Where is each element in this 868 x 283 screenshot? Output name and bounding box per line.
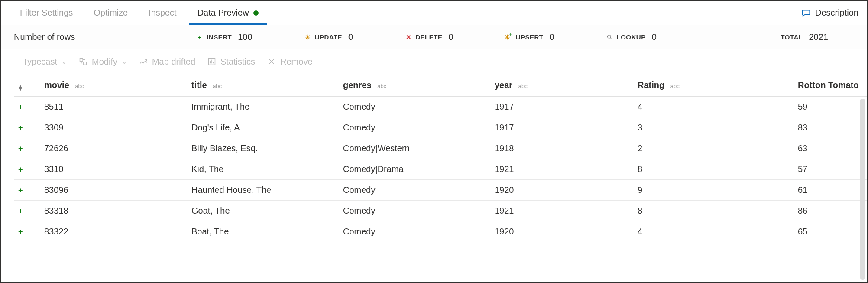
cell-rating: 2 xyxy=(633,138,794,159)
cell-genres: Comedy xyxy=(339,221,490,242)
cell-genres: Comedy xyxy=(339,117,490,138)
cell-genres: Comedy xyxy=(339,201,490,221)
cell-rt: 63 xyxy=(794,138,867,159)
stat-value: 0 xyxy=(348,32,353,42)
stat-value: 0 xyxy=(448,32,453,42)
cell-year: 1921 xyxy=(490,159,633,180)
button-label: Typecast xyxy=(23,57,57,67)
map-drifted-button[interactable]: Map drifted xyxy=(139,57,195,67)
row-status-cell: + xyxy=(14,138,40,159)
table-toolbar: Typecast ⌄ Modify ⌄ Map drifted Statisti… xyxy=(1,49,867,74)
statistics-button[interactable]: Statistics xyxy=(207,57,255,67)
svg-line-1 xyxy=(610,38,612,39)
cell-title: Goat, The xyxy=(187,201,339,221)
cell-year: 1917 xyxy=(490,97,633,117)
upsert-icon: ✳+ xyxy=(505,34,512,41)
tab-label: Inspect xyxy=(149,8,176,18)
modify-icon xyxy=(79,57,87,66)
stat-value: 0 xyxy=(549,32,554,42)
chevron-down-icon: ⌄ xyxy=(62,58,67,65)
cell-rating: 9 xyxy=(633,180,794,201)
remove-button[interactable]: Remove xyxy=(267,57,312,67)
modify-button[interactable]: Modify ⌄ xyxy=(79,57,127,67)
stat-delete: ✕ DELETE 0 xyxy=(405,32,453,42)
cell-rt: 65 xyxy=(794,221,867,242)
table-row[interactable]: +72626Billy Blazes, Esq.Comedy|Western19… xyxy=(14,138,867,159)
table-row[interactable]: +83318Goat, TheComedy1921886 xyxy=(14,201,867,221)
rows-label: Number of rows xyxy=(14,32,75,42)
cell-title: Kid, The xyxy=(187,159,339,180)
x-icon: ✕ xyxy=(405,34,412,41)
scrollbar-thumb[interactable] xyxy=(860,99,865,280)
stat-upsert: ✳+ UPSERT 0 xyxy=(505,32,554,42)
table-row[interactable]: +83096Haunted House, TheComedy1920961 xyxy=(14,180,867,201)
cell-rating: 8 xyxy=(633,201,794,221)
tab-label: Filter Settings xyxy=(20,8,73,18)
column-header-rotton-tomato[interactable]: Rotton Tomato xyxy=(794,74,867,97)
cell-title: Dog's Life, A xyxy=(187,117,339,138)
vertical-scrollbar[interactable] xyxy=(860,99,865,280)
column-header-genres[interactable]: genres abc xyxy=(339,74,490,97)
cell-rt: 61 xyxy=(794,180,867,201)
svg-point-0 xyxy=(608,35,611,39)
asterisk-icon: ✳ xyxy=(304,34,311,41)
plus-icon: + xyxy=(196,34,203,41)
cell-movie: 83318 xyxy=(40,201,187,221)
row-status-cell: + xyxy=(14,159,40,180)
cell-year: 1921 xyxy=(490,201,633,221)
plus-icon: + xyxy=(18,228,23,236)
table-row[interactable]: +3310Kid, TheComedy|Drama1921857 xyxy=(14,159,867,180)
tab-data-preview[interactable]: Data Preview xyxy=(187,1,269,25)
cell-title: Immigrant, The xyxy=(187,97,339,117)
cell-rating: 4 xyxy=(633,221,794,242)
tab-optimize[interactable]: Optimize xyxy=(83,1,138,25)
cell-title: Boat, The xyxy=(187,221,339,242)
cell-genres: Comedy xyxy=(339,180,490,201)
table-row[interactable]: +8511Immigrant, TheComedy1917459 xyxy=(14,97,867,117)
column-name: genres xyxy=(343,80,372,90)
statistics-icon xyxy=(207,57,216,66)
button-label: Statistics xyxy=(220,57,255,67)
stat-label: DELETE xyxy=(415,33,442,41)
column-header-year[interactable]: year abc xyxy=(490,74,633,97)
stat-insert: + INSERT 100 xyxy=(196,32,252,42)
cell-genres: Comedy xyxy=(339,97,490,117)
column-type: abc xyxy=(518,83,528,89)
table-header-row: ▲▼ movie abc title abc genres abc xyxy=(14,74,867,97)
plus-icon: + xyxy=(18,103,23,111)
table-body: +8511Immigrant, TheComedy1917459+3309Dog… xyxy=(14,97,867,242)
column-header-movie[interactable]: movie abc xyxy=(40,74,187,97)
table-row[interactable]: +3309Dog's Life, AComedy1917383 xyxy=(14,117,867,138)
row-status-cell: + xyxy=(14,180,40,201)
comment-icon xyxy=(801,8,811,18)
tab-filter-settings[interactable]: Filter Settings xyxy=(10,1,83,25)
stat-value: 0 xyxy=(652,32,657,42)
sort-icon: ▲▼ xyxy=(18,85,23,90)
stat-value: 100 xyxy=(238,32,252,42)
svg-rect-3 xyxy=(84,62,87,65)
description-label: Description xyxy=(815,8,858,18)
sort-column-header[interactable]: ▲▼ xyxy=(14,74,40,97)
cell-year: 1920 xyxy=(490,180,633,201)
search-icon xyxy=(606,34,613,41)
cell-rt: 83 xyxy=(794,117,867,138)
map-icon xyxy=(139,57,148,66)
cell-title: Haunted House, The xyxy=(187,180,339,201)
column-header-rating[interactable]: Rating abc xyxy=(633,74,794,97)
column-type: abc xyxy=(377,83,386,89)
column-header-title[interactable]: title abc xyxy=(187,74,339,97)
cell-movie: 8511 xyxy=(40,97,187,117)
tab-inspect[interactable]: Inspect xyxy=(138,1,187,25)
cell-title: Billy Blazes, Esq. xyxy=(187,138,339,159)
button-label: Remove xyxy=(280,57,312,67)
app-frame: Filter Settings Optimize Inspect Data Pr… xyxy=(0,0,868,283)
button-label: Map drifted xyxy=(152,57,195,67)
tab-label: Optimize xyxy=(94,8,128,18)
column-name: Rotton Tomato xyxy=(798,80,859,90)
stat-label: TOTAL xyxy=(781,33,803,41)
typecast-button[interactable]: Typecast ⌄ xyxy=(23,57,67,67)
table-row[interactable]: +83322Boat, TheComedy1920465 xyxy=(14,221,867,242)
description-button[interactable]: Description xyxy=(801,8,858,18)
button-label: Modify xyxy=(92,57,117,67)
row-status-cell: + xyxy=(14,117,40,138)
